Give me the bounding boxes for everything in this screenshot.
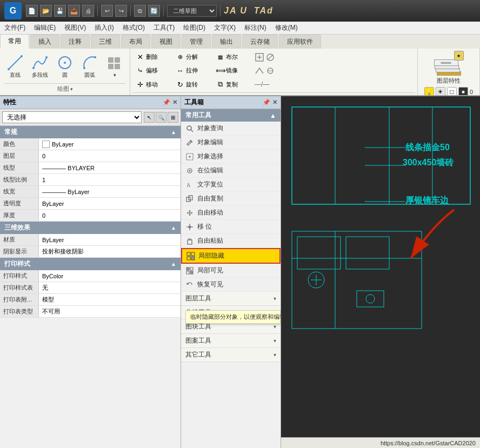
- tab-common[interactable]: 常用: [0, 34, 29, 49]
- offset-btn[interactable]: ⤷ 偏移: [132, 65, 170, 76]
- category-other[interactable]: 其它工具 ▾: [181, 348, 281, 362]
- lineweight-value[interactable]: ———— ByLayer: [39, 186, 181, 197]
- refresh-icon[interactable]: 🔄: [148, 5, 160, 17]
- toolbox-common-header[interactable]: 常用工具 ▲: [181, 109, 281, 122]
- explode-btn[interactable]: ⊕ 分解: [172, 52, 210, 62]
- layer-stack-icon[interactable]: ═══ ★: [434, 51, 464, 76]
- toolbox-item-freepaste[interactable]: 自由粘贴: [181, 234, 281, 248]
- polyline-tool[interactable]: 多段线: [29, 53, 51, 80]
- tab-cloud[interactable]: 云存储: [242, 35, 278, 49]
- cursor-icon[interactable]: ↖: [144, 112, 155, 123]
- undo-icon[interactable]: ↩: [101, 5, 113, 17]
- tab-output[interactable]: 输出: [212, 35, 241, 49]
- toolbox-item-query[interactable]: 对象查询: [181, 122, 281, 136]
- menu-file[interactable]: 文件(F): [0, 22, 30, 34]
- close-icon[interactable]: ✕: [172, 99, 177, 106]
- print-arrow: ▲: [171, 261, 176, 267]
- layer-icon[interactable]: ⧉: [134, 5, 146, 17]
- linetype-value[interactable]: ———— BYLAYER: [39, 162, 181, 173]
- menu-text[interactable]: 文字(X): [210, 22, 240, 34]
- prop-row-ltscale: 线型比例 1: [0, 174, 181, 186]
- prop-row-print-style: 打印样式 ByColor: [0, 270, 181, 282]
- tab-annotation[interactable]: 注释: [61, 35, 90, 49]
- more-draw-tools[interactable]: ▾: [104, 54, 125, 79]
- toolbox-item-restore[interactable]: 恢复可见: [181, 278, 281, 292]
- menu-format[interactable]: 格式(O): [118, 22, 149, 34]
- square-white-icon[interactable]: □: [447, 87, 457, 96]
- line-label: 直线: [10, 71, 21, 79]
- light-on-icon[interactable]: 💡: [424, 87, 434, 96]
- toolbox-item-freecopy[interactable]: 自由复制: [181, 192, 281, 206]
- general-section-header[interactable]: 常规 ▲: [0, 126, 181, 138]
- menu-draw[interactable]: 绘图(D): [179, 22, 210, 34]
- thickness-value[interactable]: 0: [39, 210, 181, 221]
- toolbox-item-inplace[interactable]: 在位编辑: [181, 164, 281, 178]
- print-icon[interactable]: 🖨: [82, 5, 94, 17]
- delete-btn[interactable]: ✕ 删除: [132, 52, 170, 62]
- canvas-area[interactable]: 线条描金50 300x450墙砖 厚银镜车边 https://blog.csdn…: [281, 96, 480, 448]
- draw-group-label[interactable]: 绘图: [4, 83, 125, 93]
- print-type-value[interactable]: 不可用: [39, 306, 181, 317]
- pin-icon[interactable]: 📌: [163, 99, 170, 106]
- toolbox-item-partial-visible[interactable]: 局部可见: [181, 264, 281, 278]
- menu-edit[interactable]: 编辑(E): [30, 22, 60, 34]
- print-section-header[interactable]: 打印样式 ▲: [0, 258, 181, 270]
- select-icon: [185, 152, 194, 161]
- stretch-btn[interactable]: ↔ 拉伸: [172, 65, 210, 76]
- open-file-icon[interactable]: 📂: [40, 5, 52, 17]
- toolbox-item-textreset[interactable]: A 文字复位: [181, 178, 281, 192]
- boolean-btn[interactable]: ▦ 布尔: [212, 52, 250, 62]
- filter-icon[interactable]: ⊞: [168, 112, 178, 123]
- sun-icon[interactable]: ☀: [436, 87, 445, 96]
- color-value[interactable]: ByLayer: [39, 138, 181, 150]
- save-icon[interactable]: 💾: [54, 5, 66, 17]
- menu-insert[interactable]: 插入(I): [90, 22, 118, 34]
- modify-group-label[interactable]: [object Object]: [132, 92, 415, 96]
- rotate-btn[interactable]: ↻ 旋转: [172, 79, 210, 90]
- toolbox-item-hide[interactable]: 局部隐藏: [181, 248, 281, 264]
- tab-apps[interactable]: 应用软件: [279, 35, 321, 49]
- toolbox-item-move[interactable]: 移 位: [181, 220, 281, 234]
- material-value[interactable]: ByLayer: [39, 234, 181, 245]
- mirror-btn[interactable]: ⟺ 镜像: [212, 65, 250, 76]
- menu-tools[interactable]: 工具(T): [149, 22, 179, 34]
- toolbox-item-edit[interactable]: 对象编辑: [181, 136, 281, 150]
- toolbox-item-select[interactable]: 对象选择: [181, 150, 281, 164]
- menu-view[interactable]: 视图(V): [60, 22, 90, 34]
- redo-icon[interactable]: ↪: [115, 5, 127, 17]
- square-dark-icon[interactable]: ■: [458, 87, 468, 96]
- print-style-value[interactable]: ByColor: [39, 270, 181, 282]
- print-table-label: 打印样式表: [0, 282, 39, 293]
- layer-value[interactable]: 0: [39, 150, 181, 162]
- new-file-icon[interactable]: 📄: [26, 5, 38, 17]
- svg-rect-40: [186, 271, 189, 274]
- transparency-value[interactable]: ByLayer: [39, 198, 181, 209]
- menu-modify[interactable]: 修改(M): [271, 22, 302, 34]
- arc-tool[interactable]: 圆弧: [79, 53, 101, 80]
- tab-insert[interactable]: 插入: [30, 35, 59, 49]
- view-mode-dropdown[interactable]: 二维草图: [167, 5, 217, 17]
- 3d-section-header[interactable]: 三维效果 ▲: [0, 222, 181, 234]
- circle-tool[interactable]: 圆: [54, 53, 76, 80]
- tab-manage[interactable]: 管理: [182, 35, 211, 49]
- tab-view[interactable]: 视图: [151, 35, 181, 49]
- print-table-value[interactable]: 无: [39, 282, 181, 293]
- search-small-icon[interactable]: 🔍: [156, 112, 166, 123]
- save-as-icon[interactable]: 📥: [68, 5, 80, 17]
- menu-annotation[interactable]: 标注(N): [240, 22, 271, 34]
- category-layer[interactable]: 图层工具 ▾: [181, 292, 281, 306]
- line-tool[interactable]: 直线: [4, 53, 26, 80]
- print-attach-value[interactable]: 模型: [39, 294, 181, 305]
- layer-label: 图层: [0, 150, 39, 162]
- shadow-value[interactable]: 投射和接收阴影: [39, 246, 181, 257]
- selection-dropdown[interactable]: 无选择: [2, 111, 142, 123]
- toolbox-close-icon[interactable]: ✕: [272, 99, 277, 106]
- toolbox-item-freemove[interactable]: 自由移动: [181, 206, 281, 220]
- category-hatch[interactable]: 图案工具 ▾: [181, 334, 281, 348]
- tab-layout[interactable]: 布局: [121, 35, 150, 49]
- copy-btn[interactable]: ⧉ 复制: [212, 79, 250, 90]
- ltscale-value[interactable]: 1: [39, 174, 181, 185]
- move-btn[interactable]: ✛ 移动: [132, 79, 170, 90]
- tab-3d[interactable]: 三维: [91, 35, 120, 49]
- toolbox-pin-icon[interactable]: 📌: [263, 99, 270, 106]
